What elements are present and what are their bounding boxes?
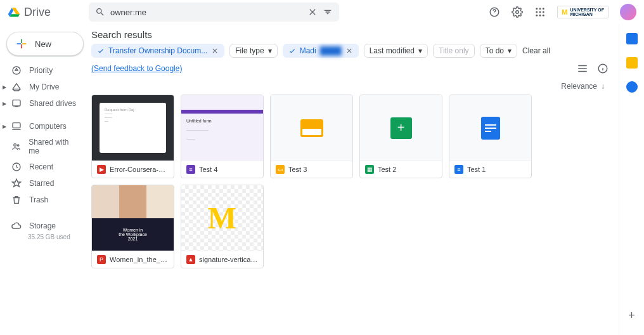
svg-point-15 <box>17 145 19 147</box>
feedback-link[interactable]: (Send feedback to Google) <box>91 64 182 73</box>
thumbnail <box>271 95 352 161</box>
file-card[interactable]: Women inthe Workplace2021 PWomen_in_the_… <box>91 185 174 268</box>
svg-rect-12 <box>13 100 20 106</box>
chevron-down-icon: ▾ <box>268 46 272 55</box>
svg-point-2 <box>536 8 538 10</box>
thumbnail: M <box>181 185 263 251</box>
nav-computers[interactable]: ▶Computers <box>4 118 84 135</box>
nav-my-drive[interactable]: ▶My Drive <box>4 79 84 95</box>
storage-used: 35.25 GB used <box>4 233 84 240</box>
body: New Priority ▶My Drive ▶Shared drives ▶C… <box>0 24 644 335</box>
chip-person[interactable]: Madi ████ <box>283 44 359 58</box>
chip-file-type[interactable]: File type▾ <box>229 44 277 58</box>
nav-starred[interactable]: Starred <box>4 175 84 192</box>
priority-icon <box>11 65 22 76</box>
filter-chips-row: Transfer Ownership Docum... File type▾ M… <box>91 44 609 79</box>
file-card[interactable]: ≡Test 1 <box>449 95 532 178</box>
chip-last-modified[interactable]: Last modified▾ <box>364 44 428 58</box>
calendar-icon[interactable] <box>626 33 638 44</box>
file-grid: Request from Raj————— ▶Error-Coursera-Re… <box>91 95 609 268</box>
svg-point-6 <box>539 11 541 13</box>
svg-point-5 <box>536 11 538 13</box>
list-view-icon[interactable] <box>577 63 588 74</box>
account-avatar[interactable] <box>620 4 636 20</box>
clear-all-link[interactable]: Clear all <box>522 46 550 55</box>
chevron-down-icon: ▾ <box>508 46 512 55</box>
file-card[interactable]: ▭Test 3 <box>270 95 353 178</box>
nav-storage[interactable]: Storage <box>4 217 84 233</box>
thumbnail: + <box>360 95 442 161</box>
shared-icon <box>11 141 21 152</box>
close-icon[interactable] <box>345 47 353 55</box>
chip-to-do[interactable]: To do▾ <box>480 44 517 58</box>
search-bar[interactable] <box>89 3 339 22</box>
help-icon[interactable] <box>489 6 500 18</box>
org-badge[interactable]: MUNIVERSITY OFMICHIGAN <box>557 6 609 18</box>
page-title: Search results <box>91 29 609 40</box>
settings-icon[interactable] <box>512 6 523 18</box>
side-panel: + <box>619 24 644 335</box>
nav-priority[interactable]: Priority <box>4 62 84 79</box>
add-panel-icon[interactable]: + <box>628 309 635 335</box>
image-icon: ▲ <box>186 255 195 264</box>
pdf-icon: P <box>97 255 106 264</box>
nav-shared-with-me[interactable]: Shared with me <box>4 135 84 159</box>
trash-icon <box>11 195 22 205</box>
clear-search-icon[interactable] <box>307 7 318 17</box>
svg-point-7 <box>543 11 544 13</box>
main: Search results Transfer Ownership Docum.… <box>87 24 619 335</box>
search-options-icon[interactable] <box>323 7 333 17</box>
file-card[interactable]: Untitled form——————— ≡Test 4 <box>181 95 264 178</box>
file-card[interactable]: M ▲signature-vertical-white.png <box>181 185 264 268</box>
video-icon: ▶ <box>97 165 106 174</box>
info-icon[interactable] <box>597 63 609 74</box>
thumbnail: Women inthe Workplace2021 <box>92 185 174 251</box>
new-label: New <box>35 39 51 49</box>
app-name: Drive <box>24 6 51 19</box>
nav-recent[interactable]: Recent <box>4 159 84 175</box>
arrow-down-icon: ↓ <box>601 82 605 91</box>
file-card[interactable]: Request from Raj————— ▶Error-Coursera-Re… <box>91 95 174 178</box>
forms-icon: ≡ <box>186 165 195 174</box>
svg-point-14 <box>14 144 16 147</box>
drive-icon <box>8 6 20 18</box>
slides-icon: ▭ <box>276 165 285 174</box>
file-card[interactable]: + ▦Test 2 <box>359 95 442 178</box>
search-icon <box>95 7 105 17</box>
thumbnail: Untitled form——————— <box>181 95 263 161</box>
keep-icon[interactable] <box>626 57 638 69</box>
new-button[interactable]: New <box>6 32 84 56</box>
thumbnail <box>449 95 531 161</box>
recent-icon <box>11 162 22 172</box>
header: Drive MUNIVERSITY OFMICHIGAN <box>0 0 644 24</box>
shared-drives-icon <box>11 98 22 108</box>
search-input[interactable] <box>110 8 302 17</box>
close-icon[interactable] <box>211 47 219 55</box>
chip-transfer-ownership[interactable]: Transfer Ownership Docum... <box>91 44 224 58</box>
tasks-icon[interactable] <box>626 81 638 93</box>
sidebar: New Priority ▶My Drive ▶Shared drives ▶C… <box>0 24 87 335</box>
svg-point-3 <box>539 8 541 10</box>
sheets-icon: ▦ <box>365 165 374 174</box>
sort-selector[interactable]: Relevance↓ <box>91 79 609 95</box>
svg-point-9 <box>539 15 541 16</box>
docs-icon: ≡ <box>454 165 463 174</box>
cloud-icon <box>11 221 22 231</box>
svg-point-1 <box>516 11 519 14</box>
check-icon <box>97 47 105 55</box>
nav-trash[interactable]: Trash <box>4 192 84 208</box>
chevron-down-icon: ▾ <box>418 46 422 55</box>
svg-point-10 <box>543 15 544 16</box>
nav-shared-drives[interactable]: ▶Shared drives <box>4 95 84 112</box>
my-drive-icon <box>11 82 22 92</box>
svg-point-8 <box>536 15 538 16</box>
drive-logo[interactable]: Drive <box>8 6 84 19</box>
star-icon <box>11 178 22 188</box>
check-icon <box>288 47 296 55</box>
header-icons: MUNIVERSITY OFMICHIGAN <box>489 4 636 20</box>
chip-title-only[interactable]: Title only <box>433 44 475 58</box>
svg-point-4 <box>543 8 544 10</box>
thumbnail: Request from Raj————— <box>92 95 174 161</box>
apps-icon[interactable] <box>534 6 546 18</box>
search-wrap <box>89 3 484 22</box>
